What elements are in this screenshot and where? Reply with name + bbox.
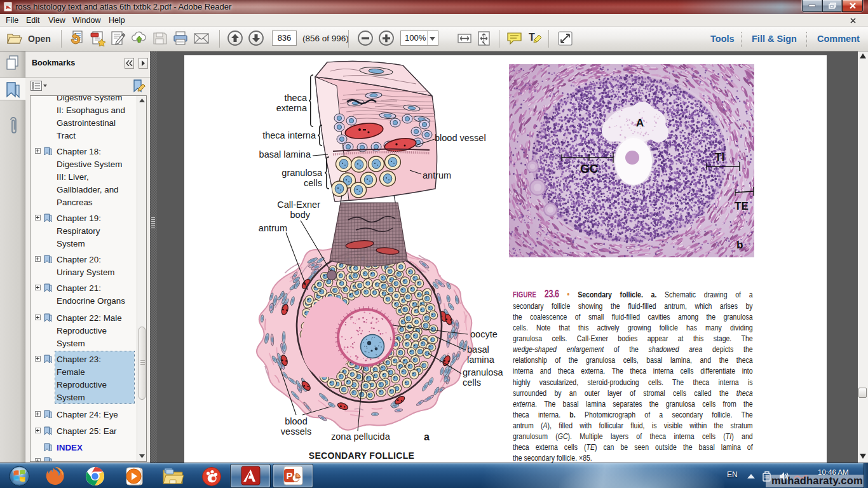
svg-text:vessels: vessels <box>281 426 311 437</box>
svg-text:antrum: antrum <box>259 223 287 233</box>
svg-text:antrum: antrum <box>423 170 451 180</box>
svg-text:granulosa: granulosa <box>463 367 504 377</box>
svg-text:A: A <box>636 117 644 129</box>
svg-text:blood vessel: blood vessel <box>435 133 486 143</box>
svg-text:TI: TI <box>715 151 724 163</box>
svg-text:Call-Exner: Call-Exner <box>277 200 320 210</box>
svg-text:granulosa: granulosa <box>281 168 323 178</box>
svg-text:externa: externa <box>276 103 308 113</box>
svg-text:P: P <box>287 470 293 481</box>
svg-text:zona pellucida: zona pellucida <box>331 431 391 442</box>
svg-text:body: body <box>290 210 311 220</box>
svg-text:TE: TE <box>735 200 749 212</box>
svg-text:GC: GC <box>580 162 599 175</box>
svg-text:basal: basal <box>467 344 489 355</box>
svg-text:lamina: lamina <box>467 355 495 365</box>
svg-text:blood: blood <box>285 416 307 426</box>
svg-text:cells: cells <box>463 377 481 388</box>
svg-text:theca interna: theca interna <box>262 130 316 140</box>
svg-text:b: b <box>736 239 743 251</box>
svg-text:oocyte: oocyte <box>470 329 498 339</box>
svg-text:cells: cells <box>304 178 322 188</box>
svg-text:a: a <box>424 431 430 442</box>
svg-text:theca: theca <box>285 93 308 103</box>
svg-text:basal lamina: basal lamina <box>259 149 311 159</box>
svg-text:SECONDARY FOLLICLE: SECONDARY FOLLICLE <box>309 451 414 461</box>
